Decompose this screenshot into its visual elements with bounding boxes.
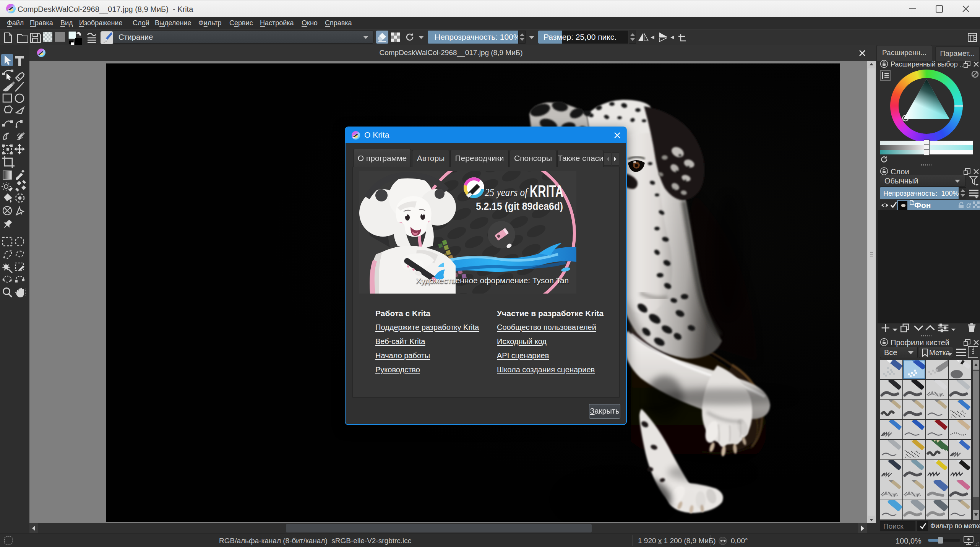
- svg-text:KRITA: KRITA: [530, 182, 563, 201]
- svg-text:5.2.15 (git 89dea6d): 5.2.15 (git 89dea6d): [476, 200, 563, 212]
- svg-text:Художественное оформление: Tys: Художественное оформление: Tyson Tan: [416, 276, 569, 285]
- svg-text:25 years of: 25 years of: [485, 186, 529, 198]
